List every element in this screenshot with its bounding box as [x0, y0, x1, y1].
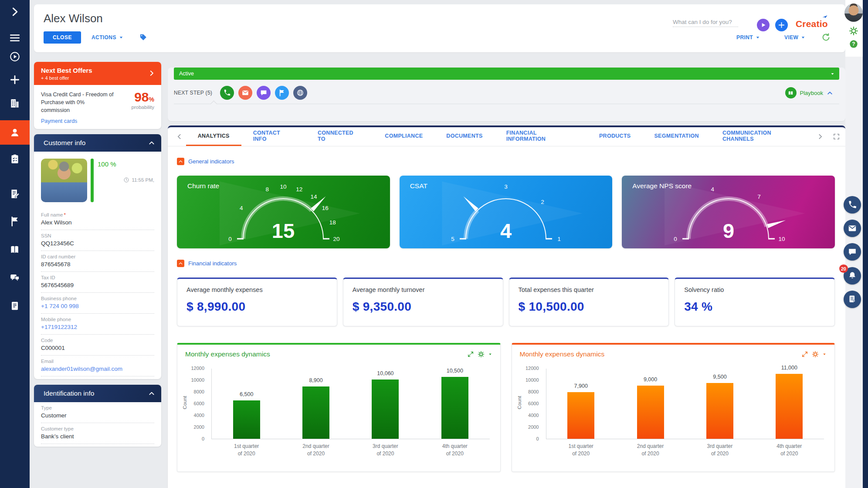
field-value[interactable]: +1719122312 — [41, 324, 154, 330]
rail-item-companies[interactable] — [0, 94, 30, 113]
rail-item-journal[interactable] — [0, 184, 30, 203]
collapse-section-icon[interactable] — [177, 158, 184, 165]
expand-icon[interactable] — [467, 351, 474, 358]
tabs-scroll-left[interactable] — [173, 127, 186, 146]
float-calls-button[interactable] — [844, 196, 861, 214]
collapse-section-icon[interactable] — [177, 260, 184, 267]
rail-item-chats[interactable] — [0, 268, 30, 288]
chevron-up-icon[interactable] — [827, 90, 833, 96]
tab-products[interactable]: PRODUCTS — [587, 127, 643, 146]
float-chat-button[interactable] — [844, 243, 861, 261]
tab-connected-to[interactable]: CONNECTED TO — [306, 127, 373, 146]
step-web-step[interactable] — [293, 86, 307, 100]
field-type[interactable]: TypeCustomer — [41, 402, 154, 423]
field-customer-type[interactable]: Customer typeBank’s client — [41, 423, 154, 444]
rail-item-notes[interactable] — [0, 296, 30, 315]
view-button[interactable]: VIEW — [784, 31, 806, 44]
field-code[interactable]: CodeC000001 — [41, 335, 154, 356]
caret-down-icon[interactable] — [488, 352, 492, 356]
field-email[interactable]: Emailalexander01wilson@gmail.com — [41, 356, 154, 376]
bar[interactable] — [637, 386, 664, 439]
kpi-value: $ 9,350.00 — [353, 300, 494, 314]
x-category-label: 2nd quarter of 2020 — [281, 443, 350, 458]
field-value[interactable]: +1 724 00 998 — [41, 303, 154, 309]
field-label: Tax ID — [41, 275, 154, 280]
rail-item-add-record[interactable] — [0, 70, 30, 89]
float-process-tasks-button[interactable] — [844, 291, 861, 308]
creatio-logo[interactable]: Creatio — [796, 19, 828, 29]
general-indicators-section[interactable]: General indicators — [177, 158, 835, 165]
tab-documents[interactable]: DOCUMENTS — [434, 127, 494, 146]
bar[interactable] — [302, 386, 329, 439]
close-button[interactable]: CLOSE — [44, 31, 81, 44]
rail-item-contacts[interactable] — [0, 120, 30, 145]
quick-add-button[interactable] — [775, 19, 788, 31]
rail-item-run-process[interactable] — [0, 47, 30, 66]
fullscreen-icon[interactable] — [833, 133, 840, 140]
rail-item-goals[interactable] — [0, 212, 30, 231]
bar[interactable] — [233, 400, 260, 439]
tab-segmentation[interactable]: SEGMENTATION — [642, 127, 710, 146]
assistant-button[interactable] — [757, 19, 770, 31]
customer-info-header[interactable]: Customer info — [34, 134, 161, 152]
user-avatar[interactable] — [844, 3, 863, 22]
status-bar[interactable]: Active — [174, 68, 839, 80]
search-input[interactable] — [673, 17, 738, 27]
rail-item-tasks[interactable] — [0, 149, 30, 169]
chevron-up-icon[interactable] — [148, 390, 155, 397]
playbook-toggle[interactable]: Playbook — [785, 87, 833, 98]
tab-contact-info[interactable]: CONTACT INFO — [241, 127, 306, 146]
field-value: Customer — [41, 412, 154, 419]
actions-button[interactable]: ACTIONS — [92, 31, 124, 44]
field-mobile-phone[interactable]: Mobile phone+1719122312 — [41, 314, 154, 335]
chart-title: Monthly expenses dynamics — [185, 350, 270, 358]
tab-analytics[interactable]: ANALYTICS — [186, 127, 241, 146]
financial-indicators-section[interactable]: Financial indicators — [177, 260, 835, 267]
email-icon — [241, 89, 249, 97]
bar[interactable] — [441, 377, 468, 439]
field-id-card-number[interactable]: ID card number876545678 — [41, 251, 154, 272]
settings-icon[interactable] — [849, 26, 858, 36]
step-email-step[interactable] — [238, 86, 252, 100]
tab-compliance[interactable]: COMPLIANCE — [373, 127, 434, 146]
completeness-value: 100 % — [98, 160, 116, 168]
field-value[interactable]: alexander01wilson@gmail.com — [41, 366, 154, 372]
refresh-icon[interactable] — [821, 32, 831, 42]
identification-info-header[interactable]: Identification info — [34, 385, 161, 402]
field-full-name[interactable]: Full name*Alex Wilson — [41, 209, 154, 230]
caret-down-icon[interactable] — [830, 71, 835, 76]
caret-down-icon[interactable] — [822, 352, 827, 356]
settings-icon[interactable] — [478, 351, 485, 358]
float-emails-button[interactable] — [844, 220, 861, 237]
customer-photo[interactable] — [41, 159, 87, 202]
bar[interactable] — [372, 380, 399, 439]
float-notifications-button[interactable]: 20 — [844, 267, 861, 285]
rail-item-knowledge-base[interactable] — [0, 240, 30, 259]
chart-plot-area: 6,5001st quarter of 20208,9002nd quarter… — [211, 369, 490, 439]
field-tax-id[interactable]: Tax ID5676545689 — [41, 272, 154, 293]
tab-communication-channels[interactable]: COMMUNICATION CHANNELS — [711, 127, 814, 146]
settings-icon[interactable] — [812, 351, 819, 358]
bar[interactable] — [706, 383, 733, 439]
rail-item-menu[interactable] — [0, 28, 30, 47]
tag-icon[interactable] — [139, 33, 147, 42]
next-best-offers-header[interactable]: Next Best Offers + 4 best offer — [34, 62, 161, 85]
chevron-right-icon[interactable] — [148, 70, 155, 77]
field-business-phone[interactable]: Business phone+1 724 00 998 — [41, 293, 154, 314]
payment-cards-link[interactable]: Payment cards — [41, 118, 77, 124]
bar[interactable] — [776, 374, 803, 439]
step-call-step[interactable] — [220, 86, 234, 100]
y-tick-label: 8000 — [518, 389, 539, 394]
tabs-scroll-right[interactable] — [814, 133, 827, 140]
help-icon[interactable]: ? — [849, 39, 858, 49]
bar[interactable] — [567, 392, 594, 439]
step-chat-step[interactable] — [257, 86, 271, 100]
field-ssn[interactable]: SSNQQ123456C — [41, 230, 154, 251]
step-milestone-step[interactable] — [275, 86, 289, 100]
completeness-bar — [91, 159, 94, 202]
expand-icon[interactable] — [801, 351, 808, 358]
tab-financial-information[interactable]: FINANCIAL INFORMATION — [495, 127, 587, 146]
chevron-up-icon[interactable] — [148, 139, 155, 146]
rail-item-expand-panel[interactable] — [0, 2, 30, 21]
print-button[interactable]: PRINT — [736, 31, 760, 44]
